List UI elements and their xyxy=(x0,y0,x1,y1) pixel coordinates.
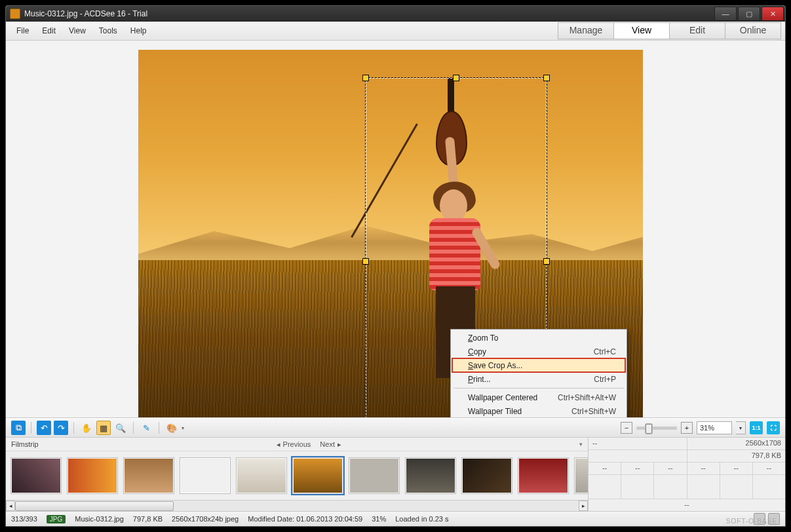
zoom-value[interactable]: 31% xyxy=(697,421,732,434)
status-bar: 313/393 JPG Music-0312.jpg 797,8 KB 2560… xyxy=(6,512,785,526)
info-cell: -- xyxy=(654,463,687,474)
ctx-save-crop-as[interactable]: Save Crop As... xyxy=(452,358,625,372)
zoom-slider[interactable] xyxy=(636,427,677,430)
info-cell: -- xyxy=(588,438,687,449)
thumbnail[interactable] xyxy=(462,458,512,493)
status-filesize: 797,8 KB xyxy=(133,515,163,523)
thumbnail-selected[interactable] xyxy=(293,458,343,493)
scroll-left-icon[interactable]: ◂ xyxy=(6,501,15,511)
info-panel: --2560x1708 797,8 KB -- -- -- -- -- -- -… xyxy=(588,438,785,511)
ctx-print[interactable]: Print...Ctrl+P xyxy=(452,372,625,386)
status-modified: Modified Date: 01.06.2013 20:04:59 xyxy=(248,515,362,523)
status-count: 313/393 xyxy=(11,515,37,523)
thumbnail[interactable] xyxy=(11,458,61,493)
status-filename: Music-0312.jpg xyxy=(75,515,124,523)
tool-eyedropper-icon[interactable]: ✎ xyxy=(139,421,153,435)
tool-rotate-left-icon[interactable]: ↶ xyxy=(37,421,51,435)
actual-size-button[interactable]: 1:1 xyxy=(750,421,763,434)
zoom-out-button[interactable]: − xyxy=(621,422,632,434)
info-filesize: 797,8 KB xyxy=(687,450,786,462)
info-cell xyxy=(654,475,687,499)
thumbnail[interactable] xyxy=(406,458,455,493)
info-cell: -- xyxy=(720,463,753,474)
filmstrip-next[interactable]: Next ▸ xyxy=(320,440,341,449)
zoom-in-button[interactable]: + xyxy=(681,422,693,434)
info-cell xyxy=(687,475,720,499)
minimize-button[interactable]: — xyxy=(714,7,737,21)
selection-handle[interactable] xyxy=(453,75,459,81)
thumbnail[interactable] xyxy=(124,458,174,493)
filmstrip-scrollbar[interactable]: ◂ ▸ xyxy=(6,500,588,511)
ctx-separator xyxy=(453,388,624,389)
info-cell xyxy=(753,475,785,499)
scrollbar-thumb[interactable] xyxy=(15,501,174,511)
filmstrip-previous[interactable]: ◂ Previous xyxy=(277,440,311,449)
mode-view[interactable]: View xyxy=(613,22,670,39)
image-viewer[interactable]: Zoom To CopyCtrl+C Save Crop As... Print… xyxy=(6,41,785,418)
thumbnail[interactable] xyxy=(68,458,117,493)
ctx-zoom-to[interactable]: Zoom To xyxy=(452,331,625,345)
titlebar[interactable]: Music-0312.jpg - ACDSee 16 - Trial — ▢ ✕ xyxy=(6,6,785,22)
app-window: Music-0312.jpg - ACDSee 16 - Trial — ▢ ✕… xyxy=(5,5,786,527)
thumbnail[interactable] xyxy=(180,458,230,493)
tool-external-icon[interactable]: ⧉ xyxy=(11,421,26,435)
status-dimensions: 2560x1708x24b jpeg xyxy=(172,515,239,523)
watermark: SOFT-O-BASE xyxy=(726,518,777,525)
filmstrip-collapse-icon[interactable]: ▾ xyxy=(579,441,583,447)
info-cell: -- xyxy=(753,463,785,474)
menu-tools[interactable]: Tools xyxy=(92,24,124,37)
tool-palette-icon[interactable]: 🎨 xyxy=(164,421,179,435)
menu-edit[interactable]: Edit xyxy=(35,24,62,37)
thumbnail[interactable] xyxy=(349,458,399,493)
mode-online[interactable]: Online xyxy=(725,22,781,39)
tool-rotate-right-icon[interactable]: ↷ xyxy=(54,421,68,435)
status-loadtime: Loaded in 0.23 s xyxy=(395,515,448,523)
ctx-wallpaper-tiled[interactable]: Wallpaper TiledCtrl+Shift+W xyxy=(452,404,625,418)
fit-button[interactable]: ⛶ xyxy=(767,421,780,434)
menu-view[interactable]: View xyxy=(62,24,92,37)
context-menu: Zoom To CopyCtrl+C Save Crop As... Print… xyxy=(450,329,627,418)
info-cell: -- xyxy=(588,463,621,474)
thumbnail[interactable] xyxy=(237,458,286,493)
info-cell: -- xyxy=(687,463,720,474)
selection-handle[interactable] xyxy=(362,75,369,81)
scroll-right-icon[interactable]: ▸ xyxy=(579,501,588,511)
filmstrip[interactable] xyxy=(6,451,588,500)
zoom-controls: − + 31% ▾ 1:1 ⛶ xyxy=(621,421,780,434)
maximize-button[interactable]: ▢ xyxy=(738,7,760,21)
selection-handle[interactable] xyxy=(362,258,369,265)
tool-hand-icon[interactable]: ✋ xyxy=(79,421,94,435)
app-icon xyxy=(10,9,20,19)
selection-handle[interactable] xyxy=(543,258,550,265)
zoom-dropdown[interactable]: ▾ xyxy=(736,421,746,434)
info-cell xyxy=(621,475,654,499)
thumbnail[interactable] xyxy=(575,458,588,493)
mode-edit[interactable]: Edit xyxy=(669,22,725,39)
selection-handle[interactable] xyxy=(543,75,550,81)
thumbnail[interactable] xyxy=(518,458,568,493)
close-button[interactable]: ✕ xyxy=(762,7,784,21)
window-title: Music-0312.jpg - ACDSee 16 - Trial xyxy=(24,9,147,18)
menu-help[interactable]: Help xyxy=(124,24,153,37)
info-cell xyxy=(720,475,753,499)
menubar: File Edit View Tools Help Manage View Ed… xyxy=(6,22,785,41)
status-format-badge: JPG xyxy=(47,515,66,523)
ctx-copy[interactable]: CopyCtrl+C xyxy=(452,345,625,358)
tool-select-icon[interactable]: ▦ xyxy=(96,421,111,435)
info-dimensions: 2560x1708 xyxy=(687,438,786,449)
info-cell: -- xyxy=(588,499,785,511)
status-zoom: 31% xyxy=(372,515,386,523)
filmstrip-label: Filmstrip xyxy=(11,440,39,448)
info-cell: -- xyxy=(621,463,654,474)
ctx-wallpaper-centered[interactable]: Wallpaper CenteredCtrl+Shift+Alt+W xyxy=(452,390,625,404)
tool-zoom-icon[interactable]: 🔍 xyxy=(113,421,128,435)
mode-manage[interactable]: Manage xyxy=(558,22,614,39)
info-cell xyxy=(588,475,621,499)
view-toolbar: ⧉ ↶ ↷ ✋ ▦ 🔍 ✎ 🎨 ▾ − + 31% ▾ 1:1 ⛶ xyxy=(6,418,785,438)
menu-file[interactable]: File xyxy=(10,24,35,37)
